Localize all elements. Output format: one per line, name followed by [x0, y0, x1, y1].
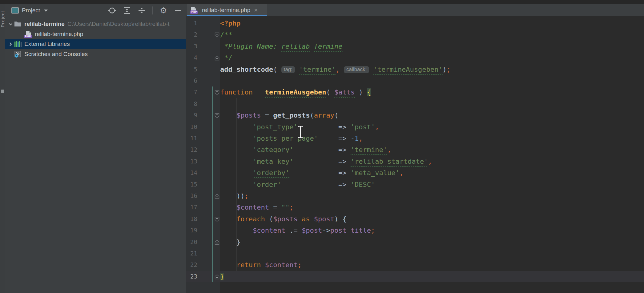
code-text: }: [220, 236, 240, 248]
ide-window: Project Project: [0, 0, 644, 293]
code-text: *Plugin Name: relilab Termine: [220, 41, 342, 52]
code-line-21[interactable]: 21: [186, 248, 644, 259]
line-number: 4: [186, 52, 197, 63]
code-line-11[interactable]: 11 'posts_per_page' => -1,: [186, 133, 644, 144]
code-text: 'post_type' => 'post',: [220, 121, 379, 133]
fold-end-icon[interactable]: [215, 55, 219, 60]
tab-label: relilab-termine.php: [202, 7, 250, 14]
code-line-9[interactable]: 9 $posts = get_posts(array(: [186, 110, 644, 121]
line-number: 8: [186, 98, 197, 110]
gear-icon[interactable]: ⚙: [159, 6, 167, 14]
code-text: $posts = get_posts(array(: [220, 110, 338, 121]
fold-end-icon[interactable]: [215, 274, 219, 279]
line-number: 16: [186, 190, 197, 202]
code-line-18[interactable]: 18 foreach ($posts as $post) {: [186, 213, 644, 225]
unfold-icon[interactable]: [138, 6, 146, 14]
line-number: 19: [186, 225, 197, 236]
code-text: 'category' => 'termine',: [220, 144, 391, 155]
scratches-icon: [14, 50, 22, 58]
chevron-down-icon[interactable]: [44, 9, 48, 12]
libraries-icon: [14, 40, 22, 48]
tab-relilab-termine-php[interactable]: PHP relilab-termine.php ×: [187, 4, 267, 16]
fold-start-icon[interactable]: [215, 32, 219, 37]
hide-panel-icon[interactable]: [174, 6, 182, 14]
line-number: 21: [186, 248, 197, 259]
line-number: 12: [186, 144, 197, 155]
line-number: 1: [186, 18, 197, 29]
line-number: 11: [186, 133, 197, 144]
locate-icon[interactable]: [108, 6, 116, 14]
code-line-1[interactable]: 1<?php: [186, 18, 644, 29]
line-number: 7: [186, 86, 197, 98]
code-line-23[interactable]: 23}: [186, 271, 644, 283]
line-number: 10: [186, 121, 197, 133]
code-line-3[interactable]: 3 *Plugin Name: relilab Termine: [186, 41, 644, 52]
code-line-15[interactable]: 15 'order' => 'DESC': [186, 179, 644, 191]
code-line-22[interactable]: 22 return $content;: [186, 259, 644, 271]
code-text: $content .= $post->post_title;: [220, 225, 375, 236]
line-number: 6: [186, 75, 197, 86]
tree-item-path: C:\Users\Daniel\Desktop\relilab\relilab-…: [67, 21, 170, 27]
stripe-tool-icon[interactable]: [1, 90, 4, 93]
code-text: 'orderby' => 'meta_value',: [220, 167, 404, 179]
stripe-project-button[interactable]: Project: [0, 11, 5, 27]
code-line-12[interactable]: 12 'category' => 'termine',: [186, 144, 644, 156]
fold-end-icon[interactable]: [215, 194, 219, 199]
project-panel-title[interactable]: Project: [22, 7, 40, 14]
fold-start-icon[interactable]: [215, 217, 219, 222]
code-line-7[interactable]: 7function termineAusgeben( $atts ) {: [186, 86, 644, 98]
parameter-hint: tag:: [281, 66, 295, 73]
collapse-all-icon[interactable]: [123, 6, 131, 14]
line-number: 18: [186, 213, 197, 225]
code-editor-surface[interactable]: 1<?php2/**3 *Plugin Name: relilab Termin…: [186, 16, 644, 293]
tree-item-label: Scratches and Consoles: [24, 51, 88, 58]
tree-row-relilab-termine-php[interactable]: PHPrelilab-termine.php: [5, 29, 186, 39]
code-line-4[interactable]: 4 */: [186, 52, 644, 64]
code-line-8[interactable]: 8: [186, 98, 644, 110]
project-panel: Project: [5, 4, 186, 293]
code-text: 'meta_key' => 'relilab_startdate',: [220, 156, 432, 167]
line-number: 5: [186, 64, 197, 75]
tree-row-external-libraries[interactable]: External Libraries: [5, 39, 186, 49]
code-text: return $content;: [220, 259, 302, 271]
code-line-16[interactable]: 16 ));: [186, 190, 644, 202]
line-number: 2: [186, 29, 197, 40]
code-line-20[interactable]: 20 }: [186, 236, 644, 248]
code-text: function termineAusgeben( $atts ) {: [220, 86, 371, 98]
fold-start-icon[interactable]: [215, 90, 219, 95]
code-text: /**: [220, 29, 232, 40]
tree-item-label: relilab-termine.php: [35, 31, 83, 38]
code-line-14[interactable]: 14 'orderby' => 'meta_value',: [186, 167, 644, 179]
code-line-6[interactable]: 6: [186, 75, 644, 87]
fold-start-icon[interactable]: [215, 113, 219, 118]
code-line-10[interactable]: 10 'post_type' => 'post',: [186, 121, 644, 133]
line-number: 15: [186, 179, 197, 190]
panel-header-actions: ⚙: [108, 6, 186, 14]
chevron-down-icon[interactable]: [7, 23, 14, 26]
line-number: 22: [186, 259, 197, 271]
tree-row-relilab-termine[interactable]: relilab-termineC:\Users\Daniel\Desktop\r…: [5, 19, 186, 29]
tree-row-scratches-and-consoles[interactable]: Scratches and Consoles: [5, 49, 186, 59]
code-line-2[interactable]: 2/**: [186, 29, 644, 41]
header-separator: [152, 6, 153, 14]
close-icon[interactable]: ×: [254, 7, 258, 13]
code-line-5[interactable]: 5add_shortcode( tag: 'termine', callback…: [186, 64, 644, 75]
line-number: 17: [186, 202, 197, 213]
project-panel-header: Project: [5, 4, 186, 17]
code-line-19[interactable]: 19 $content .= $post->post_title;: [186, 225, 644, 236]
fold-end-icon[interactable]: [215, 240, 219, 245]
editor-area: PHP relilab-termine.php × 1<?php2/**3 *P…: [186, 4, 644, 293]
chevron-right-icon[interactable]: [7, 42, 14, 46]
code-line-13[interactable]: 13 'meta_key' => 'relilab_startdate',: [186, 156, 644, 167]
code-text: $content = "";: [220, 202, 293, 213]
tree-item-label: External Libraries: [24, 41, 70, 47]
scratches-icon: [14, 50, 22, 58]
php-icon: PHP: [24, 30, 32, 38]
code-line-17[interactable]: 17 $content = "";: [186, 202, 644, 213]
code-text: ));: [220, 190, 249, 202]
tree-item-label: relilab-termine: [24, 21, 65, 27]
folder-icon: [14, 20, 22, 28]
php-file-icon: PHP: [190, 7, 197, 14]
line-number: 13: [186, 156, 197, 167]
line-number: 14: [186, 167, 197, 179]
